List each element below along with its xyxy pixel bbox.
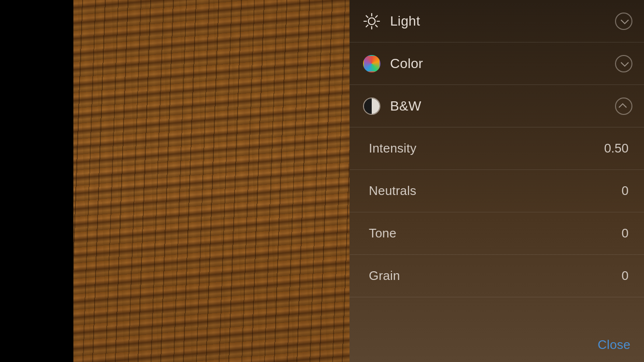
intensity-label: Intensity — [369, 141, 417, 156]
grain-value: 0 — [622, 268, 629, 283]
close-button[interactable]: Close — [598, 337, 630, 352]
neutrals-row[interactable]: Neutrals 0 — [350, 170, 644, 212]
svg-line-6 — [376, 25, 378, 27]
grain-label: Grain — [369, 268, 400, 283]
left-margin — [0, 0, 73, 362]
adjustments-panel: Light Color B&W Intensity 0.50 — [350, 0, 644, 362]
intensity-row[interactable]: Intensity 0.50 — [350, 127, 644, 170]
chevron-down-icon — [621, 18, 627, 24]
sun-icon — [361, 11, 382, 32]
chevron-up-icon — [621, 103, 627, 109]
color-wheel-icon — [361, 53, 382, 74]
bw-circle-icon — [361, 96, 382, 117]
light-section-header[interactable]: Light — [350, 0, 644, 42]
bw-chevron-button[interactable] — [615, 97, 632, 115]
svg-point-0 — [368, 18, 375, 25]
tone-label: Tone — [369, 226, 396, 241]
bark-texture — [73, 0, 350, 362]
bw-params-section: Intensity 0.50 Neutrals 0 Tone 0 Grain 0 — [350, 127, 644, 362]
chevron-down-icon — [621, 61, 627, 67]
color-chevron-button[interactable] — [615, 55, 632, 72]
svg-line-7 — [376, 15, 378, 17]
light-label: Light — [390, 14, 615, 29]
photo-preview — [73, 0, 350, 362]
neutrals-label: Neutrals — [369, 183, 416, 198]
bw-label: B&W — [390, 98, 615, 114]
color-label: Color — [390, 56, 615, 71]
bw-section-header[interactable]: B&W — [350, 85, 644, 127]
light-chevron-button[interactable] — [615, 13, 632, 30]
close-area: Close — [584, 328, 644, 362]
svg-line-8 — [366, 25, 368, 27]
tone-row[interactable]: Tone 0 — [350, 212, 644, 255]
color-section-header[interactable]: Color — [350, 42, 644, 85]
svg-line-5 — [366, 15, 368, 17]
neutrals-value: 0 — [622, 183, 629, 198]
intensity-value: 0.50 — [604, 141, 629, 156]
grain-row[interactable]: Grain 0 — [350, 255, 644, 297]
tone-value: 0 — [622, 226, 629, 241]
